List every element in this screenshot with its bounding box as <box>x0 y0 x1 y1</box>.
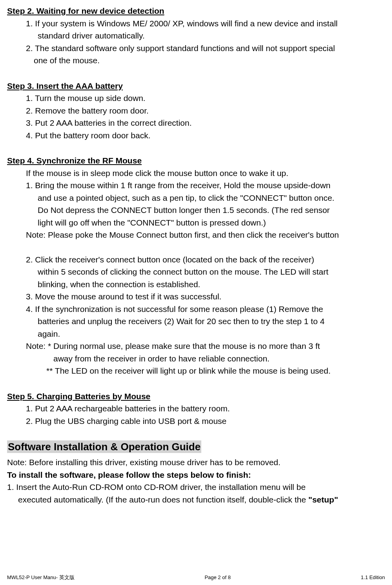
software-item1-line2-a: executed automatically. (If the auto-run… <box>18 495 308 504</box>
step4-item2-line2: within 5 seconds of clicking the connect… <box>7 266 385 278</box>
step2-item2-line1: 2. The standard software only support st… <box>7 42 385 55</box>
step2-item1-line1: 1. If your system is Windows ME/ 2000/ X… <box>7 17 385 30</box>
step4-item1-line1: 1. Bring the mouse within 1 ft range fro… <box>7 179 385 192</box>
step3-item4: 4. Put the battery room door back. <box>7 129 385 142</box>
step4-item1-line2: and use a pointed object, such as a pen … <box>7 192 385 204</box>
page-footer: MWL52-P User Manu- 英文版 Page 2 of 8 1.1 E… <box>0 574 392 581</box>
step4-item4-line2: batteries and unplug the receivers (2) W… <box>7 315 385 328</box>
software-install-heading: To install the software, please follow t… <box>7 469 385 481</box>
step4-item4-line1: 4. If the synchronization is not success… <box>7 303 385 315</box>
step5-item1: 1. Put 2 AAA rechargeable batteries in t… <box>7 402 385 415</box>
step5-item2: 2. Plug the UBS charging cable into USB … <box>7 415 385 427</box>
step2-heading: Step 2. Waiting for new device detection <box>7 5 385 17</box>
step3-item1: 1. Turn the mouse up side down. <box>7 92 385 105</box>
step2-item1-line2: standard driver automatically. <box>7 29 385 42</box>
footer-right: 1.1 Edition <box>361 574 385 581</box>
footer-left: MWL52-P User Manu- 英文版 <box>7 574 75 581</box>
step3-item2: 2. Remove the battery room door. <box>7 105 385 117</box>
software-item1-line1: 1. Insert the Auto-Run CD-ROM onto CD-RO… <box>7 481 385 493</box>
step4-note2-line3: ** The LED on the receiver will light up… <box>7 365 385 377</box>
software-note: Note: Before installing this driver, exi… <box>7 456 385 469</box>
step4-heading: Step 4. Synchronize the RF Mouse <box>7 154 385 167</box>
step4-item2-line3: blinking, when the connection is establi… <box>7 278 385 291</box>
step5-heading: Step 5. Charging Batteries by Mouse <box>7 390 385 403</box>
step4-item1-line3: Do Not depress the CONNECT button longer… <box>7 204 385 216</box>
software-heading: Software Installation & Operation Guide <box>7 440 201 453</box>
software-item1-line2-b: "setup" <box>308 495 338 504</box>
step2-item2-line2: one of the mouse. <box>7 54 385 67</box>
step4-intro: If the mouse is in sleep mode click the … <box>7 167 385 180</box>
step4-note1: Note: Please poke the Mouse Connect butt… <box>7 229 385 241</box>
footer-center: Page 2 of 8 <box>204 574 231 581</box>
software-item1-line2: executed automatically. (If the auto-run… <box>7 493 385 506</box>
step4-item4-line3: again. <box>7 328 385 340</box>
step4-item3: 3. Move the mouse around to test if it w… <box>7 290 385 303</box>
step3-item3: 3. Put 2 AAA batteries in the correct di… <box>7 117 385 129</box>
step3-heading: Step 3. Insert the AAA battery <box>7 80 385 92</box>
step4-note2-line2: away from the receiver in order to have … <box>7 352 385 365</box>
step4-note2-line1: Note: * During normal use, please make s… <box>7 340 385 352</box>
step4-item2-line1: 2. Click the receiver's connect button o… <box>7 253 385 266</box>
step4-item1-line4: light will go off when the "CONNECT" but… <box>7 216 385 229</box>
